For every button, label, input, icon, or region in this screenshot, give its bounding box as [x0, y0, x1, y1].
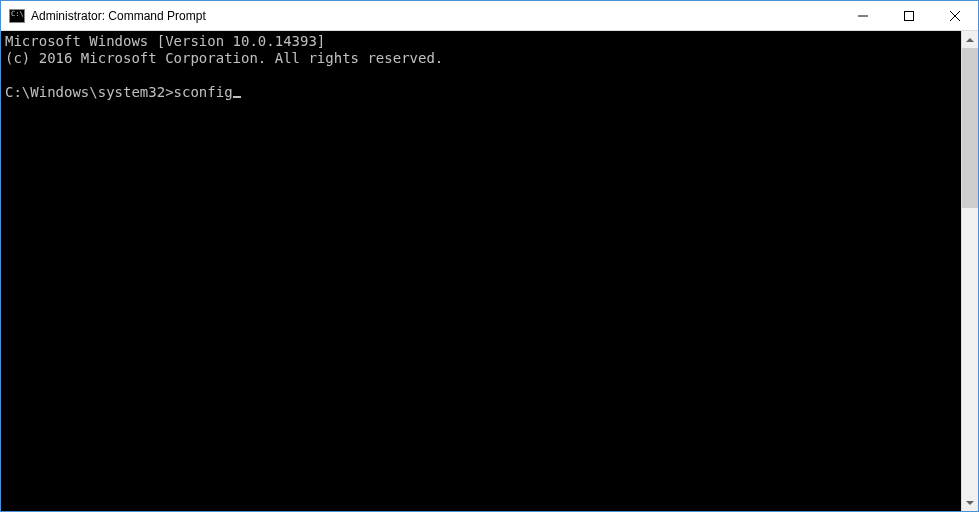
close-icon	[950, 11, 960, 21]
minimize-button[interactable]	[840, 1, 886, 30]
text-cursor	[233, 96, 241, 98]
command-input[interactable]: sconfig	[174, 84, 233, 100]
vertical-scrollbar[interactable]	[961, 31, 978, 511]
chevron-down-icon	[966, 501, 974, 505]
cmd-icon	[9, 9, 25, 23]
scroll-down-button[interactable]	[962, 494, 978, 511]
minimize-icon	[858, 11, 868, 21]
maximize-icon	[904, 11, 914, 21]
titlebar[interactable]: Administrator: Command Prompt	[1, 1, 978, 31]
close-button[interactable]	[932, 1, 978, 30]
window-controls	[840, 1, 978, 30]
scroll-thumb[interactable]	[962, 48, 978, 208]
copyright-line: (c) 2016 Microsoft Corporation. All righ…	[5, 50, 443, 66]
svg-rect-1	[905, 11, 914, 20]
prompt-text: C:\Windows\system32>	[5, 84, 174, 100]
scroll-track[interactable]	[962, 48, 978, 494]
svg-marker-5	[966, 501, 974, 505]
svg-marker-4	[966, 38, 974, 42]
window-title: Administrator: Command Prompt	[31, 9, 840, 23]
command-prompt-window: Administrator: Command Prompt Microsoft …	[0, 0, 979, 512]
maximize-button[interactable]	[886, 1, 932, 30]
terminal-output[interactable]: Microsoft Windows [Version 10.0.14393] (…	[1, 31, 961, 511]
scroll-up-button[interactable]	[962, 31, 978, 48]
chevron-up-icon	[966, 38, 974, 42]
version-line: Microsoft Windows [Version 10.0.14393]	[5, 33, 325, 49]
client-area: Microsoft Windows [Version 10.0.14393] (…	[1, 31, 978, 511]
